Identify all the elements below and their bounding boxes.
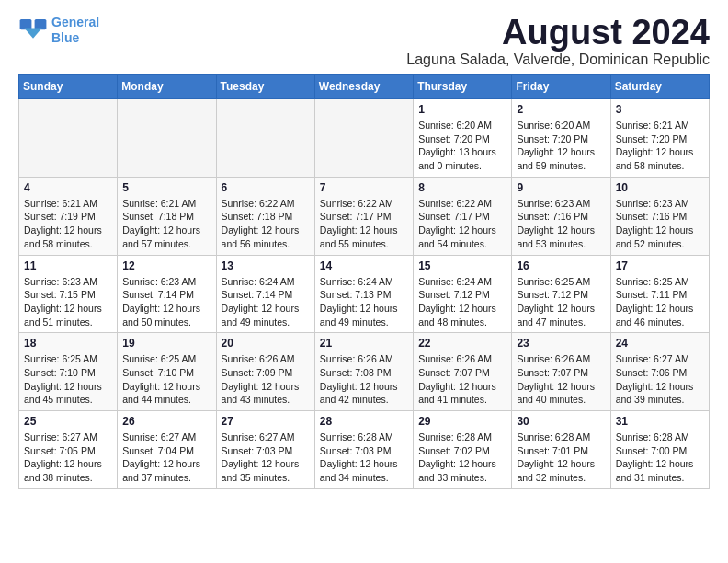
header-thursday: Thursday: [414, 75, 512, 99]
calendar-cell-2: 2Sunrise: 6:20 AMSunset: 7:20 PMDaylight…: [512, 99, 610, 178]
calendar-cell-13: 13Sunrise: 6:24 AMSunset: 7:14 PMDayligh…: [216, 255, 314, 333]
calendar-week-1: 1Sunrise: 6:20 AMSunset: 7:20 PMDaylight…: [19, 99, 710, 178]
header-sunday: Sunday: [19, 75, 118, 99]
day-info: Sunrise: 6:28 AMSunset: 7:01 PMDaylight:…: [517, 431, 605, 485]
day-info: Sunrise: 6:22 AMSunset: 7:18 PMDaylight:…: [222, 197, 310, 251]
day-number: 5: [122, 181, 210, 194]
calendar-cell-10: 10Sunrise: 6:23 AMSunset: 7:16 PMDayligh…: [610, 177, 709, 255]
calendar-header-row: SundayMondayTuesdayWednesdayThursdayFrid…: [19, 75, 710, 99]
sunrise-text: Sunrise: 6:23 AM: [616, 197, 704, 211]
sunrise-text: Sunrise: 6:28 AM: [616, 431, 704, 444]
day-info: Sunrise: 6:24 AMSunset: 7:13 PMDaylight:…: [320, 275, 408, 329]
daylight-text: Daylight: 12 hours and 58 minutes.: [24, 224, 112, 250]
daylight-text: Daylight: 12 hours and 38 minutes.: [24, 457, 112, 484]
sunrise-text: Sunrise: 6:25 AM: [122, 352, 210, 366]
daylight-text: Daylight: 12 hours and 56 minutes.: [222, 224, 310, 250]
sunrise-text: Sunrise: 6:27 AM: [24, 431, 112, 444]
sunrise-text: Sunrise: 6:27 AM: [122, 431, 210, 444]
sunrise-text: Sunrise: 6:26 AM: [517, 352, 605, 366]
day-info: Sunrise: 6:26 AMSunset: 7:09 PMDaylight:…: [222, 352, 310, 407]
month-title: August 2024: [406, 15, 710, 50]
day-number: 25: [24, 415, 112, 428]
calendar-cell-12: 12Sunrise: 6:23 AMSunset: 7:14 PMDayligh…: [118, 255, 216, 333]
day-number: 16: [517, 259, 605, 272]
daylight-text: Daylight: 12 hours and 52 minutes.: [616, 224, 704, 250]
calendar-cell-24: 24Sunrise: 6:27 AMSunset: 7:06 PMDayligh…: [610, 333, 709, 411]
calendar-cell-18: 18Sunrise: 6:25 AMSunset: 7:10 PMDayligh…: [19, 333, 118, 411]
calendar-week-5: 25Sunrise: 6:27 AMSunset: 7:05 PMDayligh…: [19, 411, 710, 489]
day-info: Sunrise: 6:23 AMSunset: 7:14 PMDaylight:…: [122, 275, 210, 329]
sunrise-text: Sunrise: 6:21 AM: [122, 197, 210, 211]
sunset-text: Sunset: 7:12 PM: [418, 288, 506, 302]
day-info: Sunrise: 6:21 AMSunset: 7:18 PMDaylight:…: [122, 197, 210, 251]
day-info: Sunrise: 6:21 AMSunset: 7:20 PMDaylight:…: [616, 119, 704, 173]
sunrise-text: Sunrise: 6:22 AM: [418, 197, 506, 211]
sunrise-text: Sunrise: 6:20 AM: [418, 119, 506, 132]
sunrise-text: Sunrise: 6:22 AM: [320, 197, 408, 211]
calendar-cell-15: 15Sunrise: 6:24 AMSunset: 7:12 PMDayligh…: [414, 255, 512, 333]
day-number: 27: [222, 415, 310, 428]
daylight-text: Daylight: 12 hours and 32 minutes.: [517, 457, 605, 484]
sunset-text: Sunset: 7:06 PM: [616, 366, 704, 380]
sunrise-text: Sunrise: 6:24 AM: [418, 275, 506, 289]
day-number: 15: [418, 259, 506, 272]
day-info: Sunrise: 6:28 AMSunset: 7:03 PMDaylight:…: [320, 431, 408, 485]
calendar-cell-5: 5Sunrise: 6:21 AMSunset: 7:18 PMDaylight…: [118, 177, 216, 255]
day-number: 20: [222, 337, 310, 350]
day-info: Sunrise: 6:25 AMSunset: 7:10 PMDaylight:…: [24, 352, 112, 407]
day-number: 19: [122, 337, 210, 350]
day-info: Sunrise: 6:28 AMSunset: 7:02 PMDaylight:…: [418, 431, 506, 485]
sunset-text: Sunset: 7:02 PM: [418, 444, 506, 458]
sunset-text: Sunset: 7:04 PM: [122, 444, 210, 458]
day-number: 11: [24, 259, 112, 272]
calendar-cell-31: 31Sunrise: 6:28 AMSunset: 7:00 PMDayligh…: [610, 411, 709, 489]
daylight-text: Daylight: 12 hours and 39 minutes.: [616, 380, 704, 407]
day-number: 24: [616, 337, 704, 350]
sunrise-text: Sunrise: 6:21 AM: [616, 119, 704, 132]
sunset-text: Sunset: 7:14 PM: [222, 288, 310, 302]
title-area: August 2024 Laguna Salada, Valverde, Dom…: [406, 15, 710, 68]
logo: General Blue: [18, 15, 99, 46]
day-info: Sunrise: 6:28 AMSunset: 7:00 PMDaylight:…: [616, 431, 704, 485]
daylight-text: Daylight: 12 hours and 46 minutes.: [616, 302, 704, 328]
sunrise-text: Sunrise: 6:23 AM: [122, 275, 210, 289]
sunset-text: Sunset: 7:17 PM: [418, 210, 506, 224]
day-number: 29: [418, 415, 506, 428]
sunrise-text: Sunrise: 6:23 AM: [24, 275, 112, 289]
day-info: Sunrise: 6:23 AMSunset: 7:16 PMDaylight:…: [517, 197, 605, 251]
sunset-text: Sunset: 7:07 PM: [517, 366, 605, 380]
calendar-cell-19: 19Sunrise: 6:25 AMSunset: 7:10 PMDayligh…: [118, 333, 216, 411]
day-info: Sunrise: 6:25 AMSunset: 7:12 PMDaylight:…: [517, 275, 605, 329]
daylight-text: Daylight: 13 hours and 0 minutes.: [418, 145, 506, 172]
day-number: 31: [616, 415, 704, 428]
sunset-text: Sunset: 7:16 PM: [517, 210, 605, 224]
daylight-text: Daylight: 12 hours and 41 minutes.: [418, 380, 506, 407]
sunset-text: Sunset: 7:20 PM: [616, 132, 704, 146]
day-number: 26: [122, 415, 210, 428]
calendar-cell-8: 8Sunrise: 6:22 AMSunset: 7:17 PMDaylight…: [414, 177, 512, 255]
day-info: Sunrise: 6:22 AMSunset: 7:17 PMDaylight:…: [320, 197, 408, 251]
sunrise-text: Sunrise: 6:28 AM: [320, 431, 408, 444]
day-number: 2: [517, 103, 605, 116]
calendar-cell-29: 29Sunrise: 6:28 AMSunset: 7:02 PMDayligh…: [414, 411, 512, 489]
daylight-text: Daylight: 12 hours and 44 minutes.: [122, 380, 210, 407]
svg-rect-0: [20, 19, 32, 29]
day-info: Sunrise: 6:22 AMSunset: 7:17 PMDaylight:…: [418, 197, 506, 251]
daylight-text: Daylight: 12 hours and 34 minutes.: [320, 457, 408, 484]
day-info: Sunrise: 6:26 AMSunset: 7:07 PMDaylight:…: [418, 352, 506, 407]
daylight-text: Daylight: 12 hours and 37 minutes.: [122, 457, 210, 484]
calendar-cell-20: 20Sunrise: 6:26 AMSunset: 7:09 PMDayligh…: [216, 333, 314, 411]
calendar-week-3: 11Sunrise: 6:23 AMSunset: 7:15 PMDayligh…: [19, 255, 710, 333]
sunrise-text: Sunrise: 6:27 AM: [616, 352, 704, 366]
sunset-text: Sunset: 7:14 PM: [122, 288, 210, 302]
calendar-cell-6: 6Sunrise: 6:22 AMSunset: 7:18 PMDaylight…: [216, 177, 314, 255]
daylight-text: Daylight: 12 hours and 55 minutes.: [320, 224, 408, 250]
day-info: Sunrise: 6:21 AMSunset: 7:19 PMDaylight:…: [24, 197, 112, 251]
day-number: 14: [320, 259, 408, 272]
day-number: 28: [320, 415, 408, 428]
calendar-cell-23: 23Sunrise: 6:26 AMSunset: 7:07 PMDayligh…: [512, 333, 610, 411]
sunset-text: Sunset: 7:15 PM: [24, 288, 112, 302]
day-info: Sunrise: 6:26 AMSunset: 7:08 PMDaylight:…: [320, 352, 408, 407]
day-info: Sunrise: 6:26 AMSunset: 7:07 PMDaylight:…: [517, 352, 605, 407]
daylight-text: Daylight: 12 hours and 58 minutes.: [616, 145, 704, 172]
